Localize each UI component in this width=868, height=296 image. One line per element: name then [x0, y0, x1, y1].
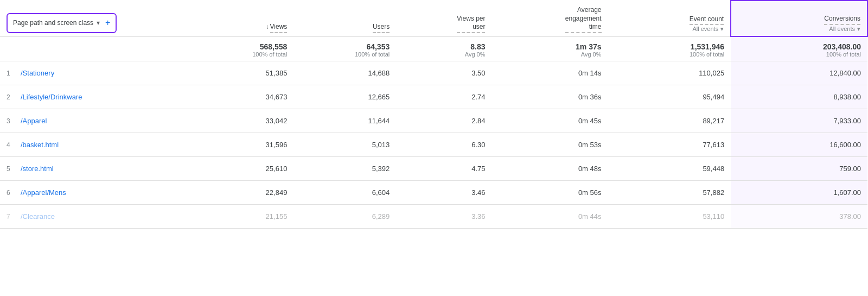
- users-label[interactable]: Users: [373, 23, 390, 33]
- views-per-user-column-header: Views peruser: [396, 1, 492, 36]
- avg-engagement-column-header: Averageengagementtime: [492, 1, 608, 36]
- table-row: 2/Lifestyle/Drinkware34,67312,6652.740m …: [0, 85, 867, 109]
- cell-views_per_user: 3.50: [396, 61, 492, 85]
- cell-views: 31,596: [184, 133, 293, 157]
- conversions-column-header: Conversions All events ▾: [731, 1, 867, 36]
- cell-users: 6,289: [293, 205, 396, 229]
- cell-page: 7/Clearance: [0, 205, 184, 229]
- cell-event_count: 57,882: [608, 181, 731, 205]
- cell-conversions: 759.00: [731, 157, 867, 181]
- cell-users: 14,688: [293, 61, 396, 85]
- sort-icon: ↓: [266, 23, 269, 30]
- views-label[interactable]: Views: [270, 23, 288, 33]
- cell-views: 51,385: [184, 61, 293, 85]
- conversions-dropdown[interactable]: ▾: [857, 25, 860, 33]
- page-path-link[interactable]: /Stationery: [21, 69, 54, 77]
- views-per-user-label[interactable]: Views peruser: [457, 15, 485, 33]
- cell-avg_engagement: 0m 44s: [492, 205, 608, 229]
- totals-views-per-user: 8.83 Avg 0%: [396, 36, 492, 61]
- cell-event_count: 53,110: [608, 205, 731, 229]
- row-number: 4: [7, 141, 15, 149]
- table-row: 1/Stationery51,38514,6883.500m 14s110,02…: [0, 61, 867, 85]
- row-number: 1: [7, 70, 15, 77]
- cell-avg_engagement: 0m 48s: [492, 157, 608, 181]
- table-header: Page path and screen class ▾ + ↓Views Us…: [0, 1, 867, 36]
- cell-avg_engagement: 0m 45s: [492, 109, 608, 133]
- cell-users: 6,604: [293, 181, 396, 205]
- cell-event_count: 95,494: [608, 85, 731, 109]
- conversions-label[interactable]: Conversions: [824, 15, 860, 25]
- cell-views: 33,042: [184, 109, 293, 133]
- cell-users: 12,665: [293, 85, 396, 109]
- cell-avg_engagement: 0m 56s: [492, 181, 608, 205]
- conversions-sub: All events: [829, 25, 855, 33]
- page-path-link[interactable]: /Apparel/Mens: [21, 188, 66, 197]
- table-row: 5/store.html25,6105,3924.750m 48s59,4487…: [0, 157, 867, 181]
- cell-views: 21,155: [184, 205, 293, 229]
- cell-users: 11,644: [293, 109, 396, 133]
- totals-views: 568,558 100% of total: [184, 36, 293, 61]
- totals-page-cell: [0, 36, 184, 61]
- page-path-link[interactable]: /basket.html: [21, 141, 59, 149]
- cell-views: 25,610: [184, 157, 293, 181]
- cell-page: 1/Stationery: [0, 61, 184, 85]
- cell-views_per_user: 2.84: [396, 109, 492, 133]
- totals-row: 568,558 100% of total 64,353 100% of tot…: [0, 36, 867, 61]
- cell-page: 5/store.html: [0, 157, 184, 181]
- row-number: 7: [7, 213, 15, 221]
- cell-page: 2/Lifestyle/Drinkware: [0, 85, 184, 109]
- cell-page: 4/basket.html: [0, 133, 184, 157]
- totals-conversions: 203,408.00 100% of total: [731, 36, 867, 61]
- event-count-column-header: Event count All events ▾: [608, 1, 731, 36]
- cell-views_per_user: 2.74: [396, 85, 492, 109]
- table-row: 7/Clearance21,1556,2893.360m 44s53,11037…: [0, 205, 867, 229]
- totals-avg-engagement: 1m 37s Avg 0%: [492, 36, 608, 61]
- cell-conversions: 16,600.00: [731, 133, 867, 157]
- row-number: 2: [7, 93, 15, 101]
- cell-views_per_user: 4.75: [396, 157, 492, 181]
- cell-conversions: 378.00: [731, 205, 867, 229]
- row-number: 6: [7, 189, 15, 197]
- page-path-link[interactable]: /store.html: [21, 165, 54, 173]
- cell-avg_engagement: 0m 36s: [492, 85, 608, 109]
- cell-event_count: 77,613: [608, 133, 731, 157]
- cell-conversions: 8,938.00: [731, 85, 867, 109]
- row-number: 3: [7, 117, 15, 125]
- cell-users: 5,392: [293, 157, 396, 181]
- avg-engagement-label[interactable]: Averageengagementtime: [565, 6, 602, 33]
- row-number: 5: [7, 165, 15, 173]
- page-path-link[interactable]: /Lifestyle/Drinkware: [21, 93, 82, 101]
- cell-views_per_user: 6.30: [396, 133, 492, 157]
- page-dropdown-icon[interactable]: ▾: [97, 19, 100, 28]
- cell-conversions: 12,840.00: [731, 61, 867, 85]
- cell-event_count: 89,217: [608, 109, 731, 133]
- page-column-label: Page path and screen class: [13, 19, 93, 28]
- totals-event-count: 1,531,946 100% of total: [608, 36, 731, 61]
- totals-users: 64,353 100% of total: [293, 36, 396, 61]
- cell-users: 5,013: [293, 133, 396, 157]
- cell-views: 34,673: [184, 85, 293, 109]
- table-row: 3/Apparel33,04211,6442.840m 45s89,2177,9…: [0, 109, 867, 133]
- page-path-link[interactable]: /Clearance: [21, 212, 55, 221]
- table-row: 4/basket.html31,5965,0136.300m 53s77,613…: [0, 133, 867, 157]
- page-path-link[interactable]: /Apparel: [21, 117, 47, 125]
- add-column-button[interactable]: +: [105, 17, 110, 29]
- views-column-header: ↓Views: [184, 1, 293, 36]
- cell-views_per_user: 3.46: [396, 181, 492, 205]
- cell-page: 3/Apparel: [0, 109, 184, 133]
- cell-page: 6/Apparel/Mens: [0, 181, 184, 205]
- cell-conversions: 7,933.00: [731, 109, 867, 133]
- cell-event_count: 110,025: [608, 61, 731, 85]
- cell-event_count: 59,448: [608, 157, 731, 181]
- event-count-sub: All events: [692, 25, 718, 33]
- event-count-label[interactable]: Event count: [690, 15, 724, 26]
- event-count-dropdown[interactable]: ▾: [720, 25, 724, 33]
- cell-conversions: 1,607.00: [731, 181, 867, 205]
- cell-views: 22,849: [184, 181, 293, 205]
- analytics-table: Page path and screen class ▾ + ↓Views Us…: [0, 0, 868, 229]
- cell-avg_engagement: 0m 53s: [492, 133, 608, 157]
- page-path-column-header: Page path and screen class ▾ +: [0, 1, 184, 36]
- users-column-header: Users: [293, 1, 396, 36]
- cell-views_per_user: 3.36: [396, 205, 492, 229]
- cell-avg_engagement: 0m 14s: [492, 61, 608, 85]
